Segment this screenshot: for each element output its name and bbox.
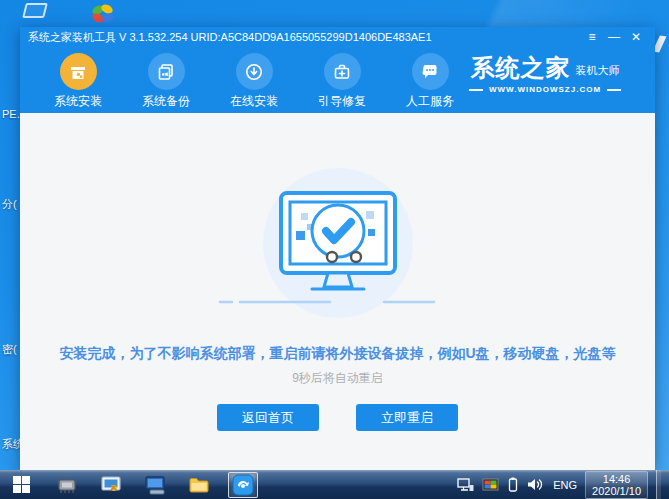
monitor-icon — [143, 475, 167, 495]
windows-logo-icon — [13, 476, 30, 493]
clock-date: 2020/1/10 — [592, 485, 641, 497]
nav-item-label: 引导修复 — [318, 93, 366, 110]
clock-time: 14:46 — [592, 473, 641, 485]
brand-name: 系统之家 — [471, 56, 571, 80]
usb-device-tray-icon[interactable] — [507, 477, 519, 493]
minimize-button[interactable]: — — [603, 27, 625, 47]
taskbar-computer-app[interactable] — [140, 472, 170, 498]
nav-item-label: 系统备份 — [142, 93, 190, 110]
taskbar-explorer-app[interactable] — [184, 472, 214, 498]
online-install-icon — [236, 53, 273, 90]
brand-logo: 系统之家 装机大师 WWW.WINDOWSZJ.COM — [455, 56, 635, 94]
desktop-icon-label[interactable]: 分( — [2, 197, 20, 212]
desktop: PE. 分( 密( 系统 系统之家装机工具 V 3.1.532.254 URID… — [0, 0, 669, 499]
taskbar: ENG 14:46 2020/1/10 — [0, 470, 669, 499]
desktop-icon-label[interactable]: 密( — [2, 342, 20, 357]
system-install-icon — [60, 53, 97, 90]
system-backup-icon — [148, 53, 185, 90]
nav-item-system-install[interactable]: 系统安装 — [34, 53, 122, 110]
display-color-tray-icon[interactable] — [482, 478, 499, 492]
support-chat-icon — [412, 53, 449, 90]
taskbar-installer-app-active[interactable] — [228, 472, 258, 498]
brand-dash-left — [469, 89, 483, 91]
snipping-tool-icon — [100, 475, 122, 495]
title-bar[interactable]: 系统之家装机工具 V 3.1.532.254 URID:A5C84DD9A165… — [20, 27, 655, 47]
taskbar-hardware-app[interactable] — [52, 472, 82, 498]
close-button[interactable]: ✕ — [625, 27, 647, 47]
volume-tray-icon[interactable] — [527, 477, 545, 492]
install-complete-message: 安装完成，为了不影响系统部署，重启前请将外接设备拔掉，例如U盘，移动硬盘，光盘等 — [59, 345, 615, 363]
desktop-icon-label[interactable]: PE. — [2, 108, 20, 120]
start-button[interactable] — [0, 470, 42, 499]
nav-item-label: 系统安装 — [54, 93, 102, 110]
taskbar-clock[interactable]: 14:46 2020/1/10 — [585, 471, 648, 499]
menu-icon[interactable]: ≡ — [581, 27, 603, 47]
chip-icon — [56, 476, 78, 494]
installer-window: 系统之家装机工具 V 3.1.532.254 URID:A5C84DD9A165… — [20, 27, 655, 470]
desktop-flower-icon[interactable] — [90, 2, 116, 26]
brand-dash-right — [607, 89, 621, 91]
taskbar-snipping-app[interactable] — [96, 472, 126, 498]
desktop-monitor-icon[interactable] — [22, 3, 48, 18]
installer-app-icon — [232, 474, 254, 496]
brand-suffix: 装机大师 — [576, 63, 620, 80]
nav-bar: 系统安装 系统备份 — [20, 47, 655, 113]
nav-item-online-install[interactable]: 在线安装 — [210, 53, 298, 110]
boot-repair-icon — [324, 53, 361, 90]
nav-item-boot-repair[interactable]: 引导修复 — [298, 53, 386, 110]
nav-item-system-backup[interactable]: 系统备份 — [122, 53, 210, 110]
language-indicator[interactable]: ENG — [553, 479, 577, 491]
show-desktop-button[interactable] — [656, 470, 661, 499]
main-content: 安装完成，为了不影响系统部署，重启前请将外接设备拔掉，例如U盘，移动硬盘，光盘等… — [20, 113, 655, 470]
network-tray-icon[interactable] — [457, 477, 474, 492]
back-home-button[interactable]: 返回首页 — [217, 404, 319, 431]
folder-icon — [188, 476, 210, 494]
window-title: 系统之家装机工具 V 3.1.532.254 URID:A5C84DD9A165… — [28, 30, 581, 45]
nav-item-label: 在线安装 — [230, 93, 278, 110]
nav-item-label: 人工服务 — [406, 93, 454, 110]
brand-site-url: WWW.WINDOWSZJ.COM — [489, 85, 601, 94]
success-monitor-illustration — [208, 167, 468, 323]
restart-now-button[interactable]: 立即重启 — [356, 404, 458, 431]
auto-restart-countdown: 9秒后将自动重启 — [292, 370, 383, 387]
